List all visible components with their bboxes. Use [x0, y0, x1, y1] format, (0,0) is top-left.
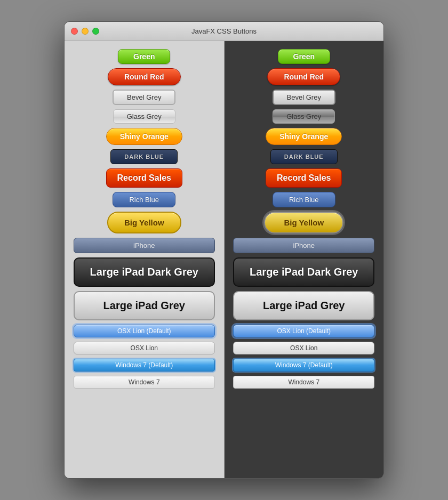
osx-lion-default-button-dark[interactable]: OSX Lion (Default)	[233, 325, 374, 337]
iphone-button-dark[interactable]: iPhone	[233, 238, 374, 253]
bevel-grey-button-dark[interactable]: Bevel Grey	[273, 90, 335, 105]
dark-blue-button-dark[interactable]: DARK BLUE	[270, 149, 338, 164]
window-controls	[71, 28, 99, 35]
window-title: JavaFX CSS Buttons	[191, 27, 257, 35]
large-ipad-dark-button-light[interactable]: Large iPad Dark Grey	[74, 257, 215, 287]
iphone-button-light[interactable]: iPhone	[74, 238, 215, 253]
windows7-default-button-light[interactable]: Windows 7 (Default)	[74, 359, 215, 372]
shiny-orange-button[interactable]: Shiny Orange	[106, 128, 182, 145]
rich-blue-button-dark[interactable]: Rich Blue	[273, 192, 335, 207]
windows7-default-button-dark[interactable]: Windows 7 (Default)	[233, 359, 374, 372]
osx-lion-button-light[interactable]: OSX Lion	[74, 342, 215, 354]
green-button-dark[interactable]: Green	[278, 49, 330, 64]
big-yellow-button-dark[interactable]: Big Yellow	[264, 212, 343, 233]
app-window: JavaFX CSS Buttons Green Round Red Bevel…	[64, 21, 384, 479]
maximize-button[interactable]	[92, 28, 99, 35]
round-red-button[interactable]: Round Red	[108, 68, 181, 85]
glass-grey-button[interactable]: Glass Grey	[113, 109, 175, 124]
glass-grey-button-dark[interactable]: Glass Grey	[273, 109, 335, 124]
large-ipad-dark-button-dark[interactable]: Large iPad Dark Grey	[233, 257, 374, 287]
close-button[interactable]	[71, 28, 78, 35]
main-content: Green Round Red Bevel Grey Glass Grey Sh…	[65, 41, 383, 478]
big-yellow-button[interactable]: Big Yellow	[107, 212, 181, 233]
bevel-grey-button[interactable]: Bevel Grey	[113, 90, 175, 105]
osx-lion-button-dark[interactable]: OSX Lion	[233, 342, 374, 354]
titlebar: JavaFX CSS Buttons	[65, 22, 383, 41]
osx-lion-default-button-light[interactable]: OSX Lion (Default)	[74, 325, 215, 337]
large-ipad-grey-button-dark[interactable]: Large iPad Grey	[233, 291, 374, 320]
record-sales-button[interactable]: Record Sales	[106, 168, 182, 188]
rich-blue-button[interactable]: Rich Blue	[113, 192, 175, 207]
light-panel: Green Round Red Bevel Grey Glass Grey Sh…	[65, 41, 225, 478]
green-button[interactable]: Green	[118, 49, 170, 64]
minimize-button[interactable]	[82, 28, 89, 35]
dark-blue-button[interactable]: DARK BLUE	[110, 149, 178, 164]
shiny-orange-button-dark[interactable]: Shiny Orange	[266, 128, 342, 145]
round-red-button-dark[interactable]: Round Red	[267, 68, 340, 85]
windows7-button-dark[interactable]: Windows 7	[233, 376, 374, 389]
record-sales-button-dark[interactable]: Record Sales	[266, 168, 342, 188]
dark-panel: Green Round Red Bevel Grey Glass Grey Sh…	[225, 41, 384, 478]
windows7-button-light[interactable]: Windows 7	[74, 376, 215, 389]
large-ipad-grey-button-light[interactable]: Large iPad Grey	[74, 291, 215, 320]
